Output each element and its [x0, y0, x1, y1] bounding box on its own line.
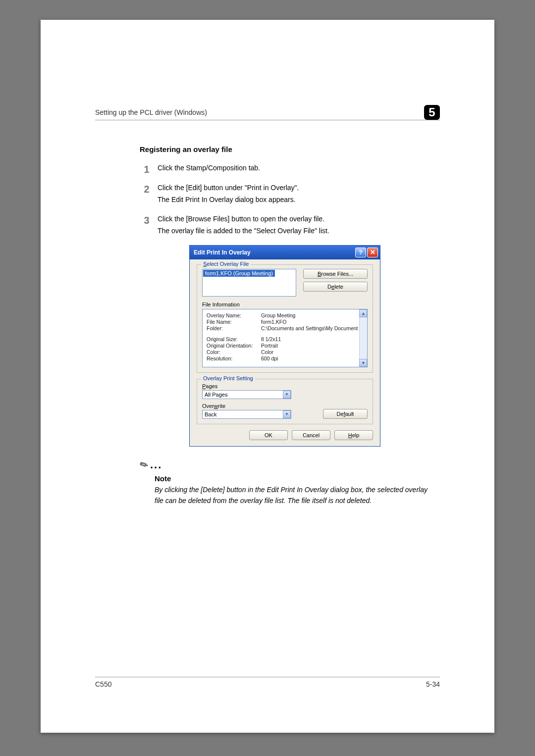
chapter-number-badge: 5 — [424, 105, 440, 120]
step-item: Click the [Edit] button under "Print in … — [140, 182, 440, 206]
content-area: Registering an overlay file Click the St… — [140, 145, 440, 447]
info-val: 8 1/2x11 — [261, 336, 363, 342]
dialog-title: Edit Print In Overlay — [194, 249, 251, 256]
info-val: 600 dpi — [261, 355, 363, 361]
default-button[interactable]: Default — [323, 409, 368, 419]
ok-button[interactable]: OK — [249, 430, 288, 440]
step-text: Click the Stamp/Composition tab. — [158, 164, 260, 172]
info-val: Portrait — [261, 343, 363, 349]
list-item[interactable]: form1.KFO (Group Meeting) — [203, 270, 275, 277]
header-text: Setting up the PCL driver (Windows) — [95, 108, 207, 116]
step-text: Click the [Edit] button under "Print in … — [158, 184, 299, 192]
edit-print-in-overlay-dialog: Edit Print In Overlay ? ✕ Select Overlay… — [189, 245, 380, 447]
scroll-down-button[interactable]: ▾ — [359, 359, 367, 367]
help-button[interactable]: Help — [334, 430, 373, 440]
help-icon[interactable]: ? — [355, 248, 366, 257]
footer-left: C550 — [95, 680, 111, 688]
page-header: Setting up the PCL driver (Windows) 5 — [95, 108, 440, 120]
note-block: ✎... Note By clicking the [Delete] butto… — [140, 458, 440, 506]
pencil-icon: ✎ — [137, 457, 151, 472]
step-subtext: The Edit Print In Overlay dialog box app… — [158, 194, 440, 206]
group-label: Select Overlay File — [201, 261, 251, 267]
section-title: Registering an overlay file — [140, 145, 440, 153]
info-key: Overlay Name: — [207, 312, 261, 318]
overwrite-label: Overwrite — [202, 403, 291, 409]
step-subtext: The overlay file is added to the "Select… — [158, 225, 440, 237]
group-label: Overlay Print Setting — [201, 375, 255, 381]
info-val: Group Meeting — [261, 312, 363, 318]
info-key: Color: — [207, 349, 261, 355]
step-item: Click the Stamp/Composition tab. — [140, 162, 440, 174]
cancel-button[interactable]: Cancel — [292, 430, 330, 440]
step-text: Click the [Browse Files] button to open … — [158, 215, 324, 223]
document-page: Setting up the PCL driver (Windows) 5 Re… — [41, 20, 494, 733]
footer-right: 5-34 — [426, 680, 440, 688]
info-val: C:\Documents and Settings\My Document — [261, 325, 363, 331]
note-text: By clicking the [Delete] button in the E… — [155, 485, 432, 506]
dialog-body: Select Overlay File form1.KFO (Group Mee… — [190, 259, 380, 446]
page-footer: C550 5-34 — [95, 677, 440, 688]
pages-label: Pages — [202, 383, 368, 389]
scrollbar-track[interactable] — [359, 317, 367, 359]
close-icon[interactable]: ✕ — [367, 248, 378, 257]
info-key: Original Size: — [207, 336, 261, 342]
overwrite-select[interactable]: Back ▼ — [202, 410, 291, 419]
ellipsis-icon: ... — [150, 458, 162, 471]
dialog-screenshot: Edit Print In Overlay ? ✕ Select Overlay… — [189, 245, 380, 447]
pages-select[interactable]: All Pages ▼ — [202, 390, 291, 399]
select-overlay-file-group: Select Overlay File form1.KFO (Group Mee… — [197, 264, 373, 373]
dialog-bottom-buttons: OK Cancel Help — [197, 430, 373, 440]
overlay-print-setting-group: Overlay Print Setting Pages All Pages ▼ … — [197, 379, 373, 424]
file-information-box: Overlay Name:Group Meeting File Name:for… — [202, 309, 368, 367]
titlebar-buttons: ? ✕ — [355, 248, 378, 257]
chevron-down-icon: ▼ — [283, 410, 291, 418]
info-val: Color — [261, 349, 363, 355]
overlay-file-listbox[interactable]: form1.KFO (Group Meeting) — [202, 269, 296, 297]
file-information-label: File Information — [202, 302, 368, 307]
step-item: Click the [Browse Files] button to open … — [140, 213, 440, 237]
chevron-down-icon: ▼ — [283, 391, 291, 399]
info-key: Folder: — [207, 325, 261, 331]
steps-list: Click the Stamp/Composition tab. Click t… — [140, 162, 440, 237]
info-key: Resolution: — [207, 355, 261, 361]
dialog-titlebar: Edit Print In Overlay ? ✕ — [190, 246, 380, 259]
note-label: Note — [155, 474, 440, 483]
info-key: Original Orientation: — [207, 343, 261, 349]
delete-button[interactable]: Delete — [303, 282, 368, 292]
browse-files-button[interactable]: Browse Files... — [303, 269, 368, 279]
info-key: File Name: — [207, 319, 261, 325]
scroll-up-button[interactable]: ▴ — [359, 309, 367, 317]
info-val: form1.KFO — [261, 319, 363, 325]
